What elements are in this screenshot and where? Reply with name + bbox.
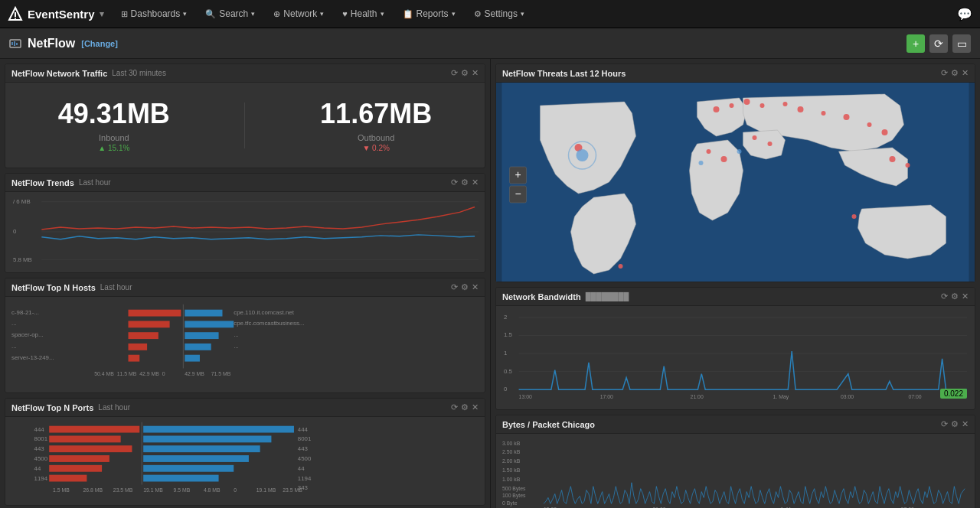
svg-text:0 Byte: 0 Byte — [502, 500, 518, 506]
layout-button[interactable]: ▭ — [952, 34, 971, 53]
svg-point-100 — [744, 99, 750, 105]
svg-text:71.5 MB: 71.5 MB — [211, 371, 231, 376]
svg-text:2.50 kB: 2.50 kB — [502, 449, 521, 454]
nav-network[interactable]: ⊕ Network ▾ — [266, 0, 332, 28]
svg-text:1.00 kB: 1.00 kB — [502, 477, 521, 482]
top-hosts-controls: ⟳ ⚙ ✕ — [451, 282, 479, 292]
trends-panel: NetFlow Trends Last hour ⟳ ⚙ ✕ / 6 MB 0 … — [5, 173, 485, 273]
subheader-actions: + ⟳ ▭ — [906, 34, 971, 53]
trends-settings-icon[interactable]: ⚙ — [461, 177, 469, 187]
svg-text:3.00 kB: 3.00 kB — [502, 441, 521, 446]
change-link[interactable]: [Change] — [81, 39, 118, 48]
svg-text:07:00: 07:00 — [908, 394, 921, 399]
ports-settings-icon[interactable]: ⚙ — [461, 402, 469, 412]
svg-point-109 — [768, 142, 773, 146]
hosts-refresh-icon[interactable]: ⟳ — [451, 282, 458, 292]
trends-close-icon[interactable]: ✕ — [472, 177, 479, 187]
traffic-panel-controls: ⟳ ⚙ ✕ — [451, 68, 479, 78]
chat-icon[interactable]: 💬 — [957, 7, 972, 21]
svg-text:1.5: 1.5 — [504, 331, 513, 338]
svg-text:1: 1 — [504, 350, 507, 357]
traffic-settings-icon[interactable]: ⚙ — [461, 68, 469, 78]
threats-refresh-icon[interactable]: ⟳ — [941, 68, 948, 78]
nav-dashboards[interactable]: ⊞ Dashboards ▾ — [113, 0, 195, 28]
ports-close-icon[interactable]: ✕ — [472, 402, 479, 412]
svg-text:8001: 8001 — [34, 435, 47, 442]
outbound-value: 11.67MB — [320, 98, 432, 130]
page-title: NetFlow [Change] — [9, 37, 118, 50]
nav-health[interactable]: ♥ Health ▾ — [335, 0, 391, 28]
svg-point-110 — [707, 149, 711, 154]
bandwidth-value-badge: 0.022 — [940, 389, 967, 399]
bandwidth-panel: Network Bandwidth ████████ ⟳ ⚙ ✕ 2 1.5 1… — [495, 287, 975, 410]
svg-rect-61 — [143, 465, 234, 472]
svg-point-114 — [619, 264, 623, 269]
ports-chart: 444 8001 443 4500 44 1194 — [11, 420, 479, 497]
svg-text:19.1 MB: 19.1 MB — [143, 487, 163, 493]
bytes-refresh-icon[interactable]: ⟳ — [941, 419, 948, 429]
subheader: NetFlow [Change] + ⟳ ▭ — [0, 28, 980, 59]
world-map-svg: + − — [496, 83, 975, 282]
svg-rect-27 — [129, 344, 148, 350]
svg-text:100 Bytes: 100 Bytes — [502, 493, 526, 499]
traffic-refresh-icon[interactable]: ⟳ — [451, 68, 458, 78]
svg-text:cpe.110.it.comcast.net: cpe.110.it.comcast.net — [234, 309, 294, 316]
bandwidth-body: 2 1.5 1 0.5 0 13:00 17:00 21:00 — [496, 306, 975, 409]
trends-refresh-icon[interactable]: ⟳ — [451, 177, 458, 187]
bytes-close-icon[interactable]: ✕ — [962, 419, 969, 429]
svg-rect-62 — [143, 475, 218, 482]
app-logo: EventSentry ▾ — [8, 6, 104, 21]
svg-rect-25 — [129, 321, 170, 327]
hosts-chart: c-98-21-... ... spacer-op... ... server-… — [11, 300, 479, 384]
svg-rect-56 — [49, 475, 87, 482]
hosts-settings-icon[interactable]: ⚙ — [461, 282, 469, 292]
hosts-close-icon[interactable]: ✕ — [472, 282, 479, 292]
bytes-chicago-panel: Bytes / Packet Chicago ⟳ ⚙ ✕ 3.00 kB 2.5… — [495, 415, 975, 508]
bandwidth-controls: ⟳ ⚙ ✕ — [941, 291, 969, 301]
svg-text:5.8 MB: 5.8 MB — [13, 256, 32, 263]
svg-point-99 — [730, 103, 734, 108]
threats-settings-icon[interactable]: ⚙ — [951, 68, 959, 78]
svg-text:0: 0 — [504, 386, 508, 392]
traffic-panel-header: NetFlow Network Traffic Last 30 minutes … — [5, 64, 485, 83]
bandwidth-settings-icon[interactable]: ⚙ — [951, 291, 959, 301]
top-hosts-panel: NetFlow Top N Hosts Last hour ⟳ ⚙ ✕ c-98… — [5, 278, 485, 393]
svg-text:1194: 1194 — [298, 475, 312, 482]
svg-text:443: 443 — [34, 445, 45, 452]
nav-search[interactable]: 🔍 Search ▾ — [198, 0, 263, 28]
svg-rect-26 — [129, 332, 158, 339]
svg-point-104 — [822, 111, 826, 116]
svg-text:21:00: 21:00 — [691, 394, 704, 399]
nav-reports[interactable]: 📋 Reports ▾ — [395, 0, 463, 28]
nav-settings[interactable]: ⚙ Settings ▾ — [466, 0, 532, 28]
svg-rect-52 — [49, 435, 120, 442]
svg-point-119 — [737, 149, 742, 154]
top-hosts-header: NetFlow Top N Hosts Last hour ⟳ ⚙ ✕ — [5, 278, 485, 297]
threats-close-icon[interactable]: ✕ — [962, 68, 969, 78]
refresh-button[interactable]: ⟳ — [929, 34, 948, 53]
svg-rect-32 — [185, 344, 211, 350]
threats-controls: ⟳ ⚙ ✕ — [941, 68, 969, 78]
add-panel-button[interactable]: + — [906, 34, 925, 53]
bytes-settings-icon[interactable]: ⚙ — [951, 419, 959, 429]
svg-rect-54 — [49, 455, 109, 462]
svg-text:spacer-op...: spacer-op... — [11, 331, 44, 338]
svg-text:444: 444 — [298, 426, 309, 433]
svg-text:4500: 4500 — [34, 455, 48, 462]
nav-right: 💬 — [957, 7, 972, 21]
right-column: NetFlow Threats Last 12 Hours ⟳ ⚙ ✕ — [490, 59, 980, 508]
traffic-close-icon[interactable]: ✕ — [472, 68, 479, 78]
svg-rect-53 — [49, 445, 132, 452]
svg-text:1.50 kB: 1.50 kB — [502, 467, 521, 473]
svg-rect-33 — [185, 355, 200, 362]
trends-panel-controls: ⟳ ⚙ ✕ — [451, 177, 479, 187]
bandwidth-close-icon[interactable]: ✕ — [962, 291, 969, 301]
outbound-stat: 11.67MB Outbound ▼ 0.2% — [320, 98, 432, 152]
svg-text:03:00: 03:00 — [841, 394, 854, 399]
svg-text:44: 44 — [34, 465, 41, 472]
bandwidth-refresh-icon[interactable]: ⟳ — [941, 291, 948, 301]
inbound-stat: 49.31MB Inbound ▲ 15.1% — [58, 98, 170, 152]
svg-rect-58 — [143, 435, 271, 442]
svg-text:...: ... — [234, 343, 239, 350]
ports-refresh-icon[interactable]: ⟳ — [451, 402, 458, 412]
